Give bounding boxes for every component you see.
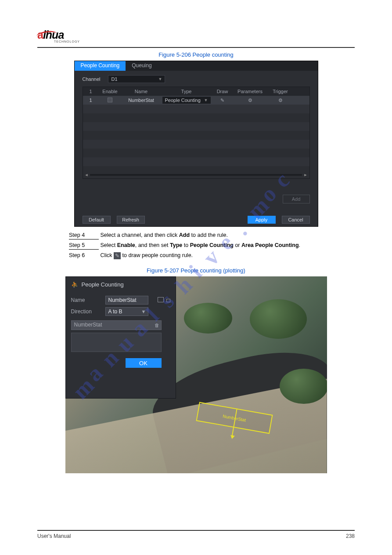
empty-row (83, 149, 309, 157)
step-4-label: Step 4 (69, 231, 99, 239)
action-buttons: Default Refresh Apply Cancel (83, 216, 310, 224)
scene-foliage (184, 303, 232, 334)
step-5-bold3: People Counting (190, 242, 234, 248)
cancel-button[interactable]: Cancel (282, 216, 310, 224)
zone-list-empty (71, 333, 162, 352)
col-enable: Enable (99, 89, 122, 94)
step-list: Step 4 Select a channel, and then click … (69, 231, 323, 259)
scroll-right-icon[interactable]: ► (304, 173, 308, 177)
header-rule (37, 47, 355, 48)
channel-select-value: D1 (111, 76, 117, 82)
step-5-or: or (235, 242, 240, 248)
cell-index: 1 (83, 98, 99, 103)
table-header: 1 Enable Name Type Draw Parameters Trigg… (83, 87, 309, 96)
refresh-button[interactable]: Refresh (117, 216, 145, 224)
cell-type[interactable]: People Counting ▼ (161, 96, 212, 104)
empty-row (83, 131, 309, 140)
max-size-icon[interactable] (158, 297, 164, 302)
step-6-label: Step 6 (69, 251, 99, 259)
draw-panel: ⛹ People Counting Name NumberStat Direct… (65, 276, 176, 399)
empty-row (83, 113, 309, 122)
horizontal-scrollbar[interactable]: ◄ ► (85, 173, 308, 177)
pencil-icon: ✎ (114, 252, 121, 259)
footer-rule (37, 530, 355, 531)
col-draw: Draw (212, 89, 233, 94)
step-4-text2: to add the rule. (191, 232, 228, 238)
add-strong: Add (179, 232, 190, 238)
step-4-text: Select a channel, and then click (100, 232, 177, 238)
scroll-left-icon[interactable]: ◄ (85, 173, 89, 177)
name-label: Name (71, 297, 99, 303)
channel-select[interactable]: D1 ▼ (108, 75, 165, 83)
figure2-caption: Figure 5-207 People counting (plotting) (37, 267, 355, 274)
scene-foliage (250, 299, 307, 339)
col-type: Type (161, 89, 212, 94)
empty-row (83, 140, 309, 149)
page-number: 238 (346, 533, 355, 539)
col-trigger: Trigger (267, 89, 294, 94)
tab-queuing[interactable]: Queuing (126, 61, 158, 71)
chevron-down-icon: ▼ (158, 77, 162, 81)
rules-table: 1 Enable Name Type Draw Parameters Trigg… (83, 87, 310, 179)
draw-icon[interactable] (212, 98, 233, 103)
table-row[interactable]: 1 NumberStat People Counting ▼ (83, 96, 309, 105)
figure1-caption: Figure 5-206 People counting (37, 51, 355, 58)
step-6-text: Click (100, 252, 112, 258)
page: alhua TECHNOLOGY Figure 5-206 People cou… (0, 0, 392, 555)
channel-row: Channel D1 ▼ (83, 75, 310, 83)
parameters-icon[interactable] (233, 98, 267, 103)
step-5-text3: to (184, 242, 188, 248)
direction-label: Direction (71, 308, 99, 315)
col-parameters: Parameters (233, 89, 267, 94)
direction-field-row: Direction A to B ▼ (71, 307, 170, 316)
tab-bar: People Counting Queuing (75, 61, 318, 71)
apply-button[interactable]: Apply (248, 216, 276, 224)
config-body: Channel D1 ▼ 1 Enable Name Type Draw Par… (75, 71, 318, 198)
step-6-text2: to draw people counting rule. (122, 252, 193, 258)
step-5-end: . (299, 242, 300, 248)
enable-checkbox[interactable] (108, 98, 112, 102)
size-toggle[interactable] (158, 297, 170, 302)
people-counting-config-window: People Counting Queuing Channel D1 ▼ 1 E… (74, 61, 318, 227)
brand-logo: alhua TECHNOLOGY (37, 29, 90, 44)
cell-enable[interactable] (99, 98, 122, 103)
direction-select[interactable]: A to B ▼ (105, 307, 148, 316)
ok-button[interactable]: OK (126, 358, 162, 368)
add-button[interactable]: Add (283, 195, 310, 203)
scene-foliage (280, 369, 327, 404)
col-name: Name (122, 89, 161, 94)
footer-title: User's Manual (37, 533, 71, 539)
direction-value: A to B (108, 308, 122, 315)
tab-people-counting[interactable]: People Counting (75, 61, 126, 71)
type-select-value: People Counting (165, 98, 201, 103)
col-index: 1 (83, 89, 99, 94)
logo-subtext: TECHNOLOGY (54, 40, 90, 43)
trash-icon[interactable]: 🗑 (155, 323, 159, 328)
default-button[interactable]: Default (83, 216, 111, 224)
step-5-label: Step 5 (69, 241, 99, 250)
panel-title: People Counting (82, 281, 124, 288)
chevron-down-icon: ▼ (141, 309, 146, 314)
step-5-text2: , and then set (135, 242, 169, 248)
zone-list-value: NumberStat (74, 322, 102, 328)
empty-row (83, 157, 309, 166)
name-input[interactable]: NumberStat (105, 296, 148, 305)
name-field-row: Name NumberStat (71, 296, 170, 305)
people-icon: ⛹ (71, 281, 78, 288)
panel-title-row: ⛹ People Counting (71, 281, 170, 288)
people-counting-draw-window: ⛹ People Counting Name NumberStat Direct… (65, 276, 327, 473)
type-select[interactable]: People Counting ▼ (162, 96, 211, 104)
channel-label: Channel (83, 76, 101, 82)
scroll-track[interactable] (90, 174, 302, 176)
cell-name: NumberStat (122, 98, 161, 103)
chevron-down-icon: ▼ (204, 98, 208, 102)
step-5-bold: Enable (117, 242, 135, 248)
step-5-bold4: Area People Counting (241, 242, 299, 248)
logo-letter-a: a (37, 29, 43, 41)
trigger-icon[interactable] (267, 98, 294, 103)
spacer (151, 216, 241, 224)
zone-list-item[interactable]: NumberStat 🗑 (71, 320, 162, 330)
step-5-bold2: Type (170, 242, 182, 248)
min-size-icon[interactable] (166, 299, 170, 302)
step-5-text: Select (100, 242, 115, 248)
